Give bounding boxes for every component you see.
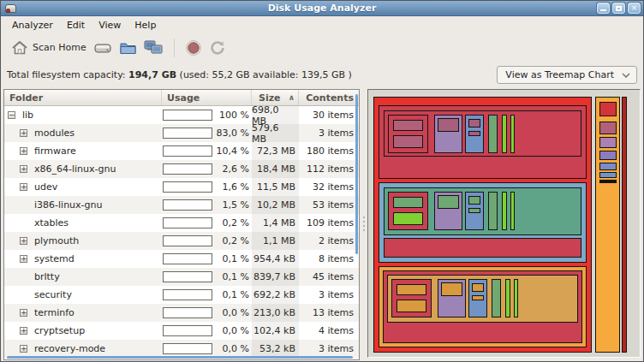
treemap-rect-b5[interactable]: [502, 192, 506, 229]
treemap-rect-r5[interactable]: [599, 163, 616, 169]
treemap-rect-r1[interactable]: [599, 102, 616, 116]
treemap-rect-b3-sub1[interactable]: [468, 196, 480, 204]
column-header-contents[interactable]: Contents: [299, 90, 358, 105]
table-row[interactable]: + terminfo 0,0 % 213,0 kB 13 items: [4, 304, 359, 322]
size-value: 839,7 kB: [252, 268, 299, 286]
treemap-rect-c1-sub1[interactable]: [397, 284, 426, 294]
pane-splitter[interactable]: [361, 86, 367, 360]
expander-icon[interactable]: +: [20, 309, 27, 317]
table-row[interactable]: + recovery-mode 0,0 % 53,2 kB 3 items: [4, 340, 359, 358]
treemap-rect-b3-sub2[interactable]: [468, 208, 480, 212]
sort-ascending-icon: ∧: [289, 93, 295, 102]
refresh-button[interactable]: [206, 38, 230, 58]
toolbar: Scan Home: [2, 33, 642, 62]
treemap-rect-a4[interactable]: [488, 115, 497, 152]
view-as-dropdown[interactable]: View as Treemap Chart: [497, 66, 637, 84]
scan-home-button[interactable]: Scan Home: [8, 39, 90, 57]
expander-icon[interactable]: +: [20, 165, 27, 173]
vertical-scrollbar[interactable]: [355, 94, 358, 254]
table-row[interactable]: + cryptsetup 0,0 % 102,4 kB 4 items: [4, 322, 359, 340]
expander-icon[interactable]: +: [20, 237, 27, 245]
treemap-rect-r2[interactable]: [599, 122, 616, 134]
app-window: Disk Usage Analyzer × Analyzer Edit View…: [0, 0, 644, 362]
column-header-usage[interactable]: Usage: [162, 90, 252, 105]
folder-icon: [119, 40, 137, 56]
table-row[interactable]: security 0,1 % 692,2 kB 3 items: [4, 286, 359, 304]
scan-filesystem-button[interactable]: [90, 39, 116, 57]
treemap-rect-c3-sub2[interactable]: [472, 295, 483, 300]
treemap-rect-r4[interactable]: [599, 151, 616, 159]
expander-icon[interactable]: +: [20, 345, 27, 353]
scan-folder-button[interactable]: [116, 39, 140, 57]
treemap-rect-a1-sub1[interactable]: [393, 120, 422, 130]
treemap-rect-a3-sub2[interactable]: [468, 131, 480, 135]
treemap-rect-a6[interactable]: [510, 115, 514, 152]
table-row[interactable]: + plymouth 0,2 % 1,1 MB 2 items: [4, 232, 359, 250]
treemap-rect-thin-strip[interactable]: [622, 97, 626, 352]
treemap-rect-r7[interactable]: [599, 180, 616, 182]
treemap-rect-band-b-strip[interactable]: [384, 238, 581, 257]
table-row[interactable]: + modules 83,0 % 579,6 MB 3 items: [4, 124, 359, 142]
menu-edit[interactable]: Edit: [60, 19, 92, 32]
contents-value: 3 items: [299, 124, 358, 142]
expander-icon[interactable]: +: [20, 255, 27, 263]
treemap-rect-right-col[interactable]: [595, 97, 619, 352]
treemap-rect-b2-sub[interactable]: [438, 195, 458, 208]
expander-icon[interactable]: −: [8, 111, 15, 119]
usage-percent: 100 %: [212, 110, 252, 121]
table-row[interactable]: + firmware 10,4 % 72,3 MB 180 items: [4, 142, 359, 160]
table-row[interactable]: + x86_64-linux-gnu 2,6 % 18,4 MB 112 ite…: [4, 160, 359, 178]
expander-icon[interactable]: +: [20, 183, 27, 191]
column-header-size[interactable]: Size ∧: [252, 90, 299, 105]
treemap-rect-r3[interactable]: [599, 137, 616, 147]
expander-icon[interactable]: +: [20, 327, 27, 335]
table-row[interactable]: xtables 0,2 % 1,4 MB 109 items: [4, 214, 359, 232]
treemap-rect-c2-sub[interactable]: [441, 282, 462, 295]
treemap-rect-b1-sub1[interactable]: [393, 197, 422, 207]
treemap-rect-c3-sub1[interactable]: [472, 283, 483, 291]
horizontal-scrollbar[interactable]: [7, 356, 353, 359]
usage-bar: [163, 307, 212, 318]
column-header-folder[interactable]: Folder: [4, 90, 162, 105]
treemap-rect-a2-sub[interactable]: [438, 118, 458, 131]
table-row[interactable]: + systemd 0,1 % 954,4 kB 8 items: [4, 250, 359, 268]
treemap-rect-c4[interactable]: [492, 279, 500, 317]
size-value: 692,2 kB: [252, 286, 299, 304]
table-row[interactable]: + udev 1,6 % 11,5 MB 32 items: [4, 178, 359, 196]
scan-remote-button[interactable]: [140, 38, 167, 57]
stop-button[interactable]: [182, 38, 206, 58]
main-area: Folder Usage Size ∧ Contents − lib 100 %…: [2, 86, 642, 360]
usage-percent: 2,6 %: [212, 163, 252, 175]
treemap-rect-b6[interactable]: [510, 192, 514, 229]
treemap-rect-c6[interactable]: [514, 279, 517, 317]
size-value: 102,4 kB: [252, 322, 299, 340]
treemap-rect-a1-sub2[interactable]: [393, 135, 422, 147]
treemap-rect-c1-sub2[interactable]: [397, 300, 426, 312]
folder-name: plymouth: [34, 235, 79, 246]
table-row[interactable]: brltty 0,1 % 839,7 kB 45 items: [4, 268, 359, 286]
close-button[interactable]: ×: [628, 3, 641, 14]
treemap-rect-c5[interactable]: [505, 279, 510, 317]
treemap-rect-b1-sub2[interactable]: [393, 212, 422, 224]
menu-view[interactable]: View: [92, 19, 128, 32]
chevron-down-icon: [622, 69, 630, 80]
usage-bar: [163, 325, 212, 336]
expander-icon[interactable]: +: [20, 147, 27, 155]
menu-analyzer[interactable]: Analyzer: [5, 19, 60, 32]
menubar: Analyzer Edit View Help: [2, 17, 642, 33]
table-row[interactable]: − lib 100 % 698,0 MB 30 items: [4, 106, 359, 124]
treemap-rect-a3-sub1[interactable]: [468, 119, 480, 127]
expander-icon[interactable]: +: [20, 129, 27, 137]
minimize-button[interactable]: [597, 3, 610, 14]
treemap-rect-a5[interactable]: [502, 115, 506, 152]
capacity-value: 194,7 GB: [128, 69, 176, 80]
table-row[interactable]: i386-linux-gnu 1,5 % 10,2 MB 53 items: [4, 196, 359, 214]
folder-name: firmware: [34, 145, 76, 157]
capacity-bar: Total filesystem capacity: 194,7 GB (use…: [2, 62, 642, 86]
size-value: 10,2 MB: [252, 196, 299, 214]
harddisk-icon: [93, 40, 112, 56]
maximize-button[interactable]: [612, 3, 625, 14]
treemap-rect-b4[interactable]: [488, 192, 497, 229]
menu-help[interactable]: Help: [128, 19, 163, 32]
treemap-rect-r6[interactable]: [599, 172, 616, 177]
